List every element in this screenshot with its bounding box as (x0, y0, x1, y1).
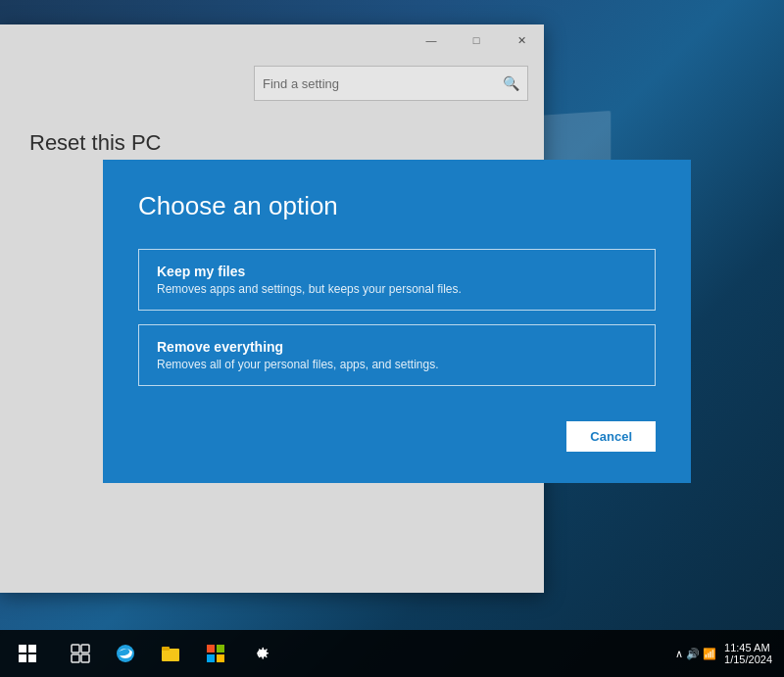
svg-rect-10 (162, 647, 170, 651)
keep-files-button[interactable]: Keep my files Removes apps and settings,… (138, 249, 656, 311)
remove-everything-button[interactable]: Remove everything Removes all of your pe… (138, 324, 656, 386)
svg-rect-4 (72, 645, 79, 653)
svg-rect-13 (207, 654, 215, 662)
keep-files-description: Removes apps and settings, but keeps you… (157, 282, 637, 296)
remove-everything-description: Removes all of your personal files, apps… (157, 358, 637, 371)
remove-everything-title: Remove everything (157, 339, 637, 355)
cancel-button[interactable]: Cancel (566, 421, 656, 452)
settings-icon-button[interactable] (239, 630, 282, 677)
svg-rect-5 (81, 645, 89, 653)
svg-rect-1 (28, 645, 36, 653)
svg-rect-6 (72, 654, 79, 662)
svg-rect-11 (207, 645, 215, 653)
svg-rect-2 (19, 654, 26, 662)
dialog-footer: Cancel (138, 411, 656, 452)
svg-rect-7 (81, 654, 89, 662)
clock: 11:45 AM1/15/2024 (724, 642, 772, 665)
start-button[interactable] (4, 630, 51, 677)
svg-rect-12 (217, 645, 224, 653)
svg-rect-0 (19, 645, 26, 653)
edge-icon-button[interactable] (104, 630, 147, 677)
file-explorer-button[interactable] (149, 630, 192, 677)
taskbar-tray: ∧ 🔊 📶 11:45 AM1/15/2024 (675, 642, 780, 665)
taskbar: ∧ 🔊 📶 11:45 AM1/15/2024 (0, 630, 784, 677)
choose-option-dialog: Choose an option Keep my files Removes a… (103, 160, 691, 483)
store-icon-button[interactable] (194, 630, 237, 677)
svg-rect-3 (28, 654, 36, 662)
tray-icons: ∧ 🔊 📶 (675, 648, 716, 660)
keep-files-title: Keep my files (157, 264, 637, 279)
svg-rect-14 (217, 654, 224, 662)
dialog-title: Choose an option (138, 191, 656, 221)
taskbar-icons (59, 630, 282, 677)
task-view-button[interactable] (59, 630, 102, 677)
